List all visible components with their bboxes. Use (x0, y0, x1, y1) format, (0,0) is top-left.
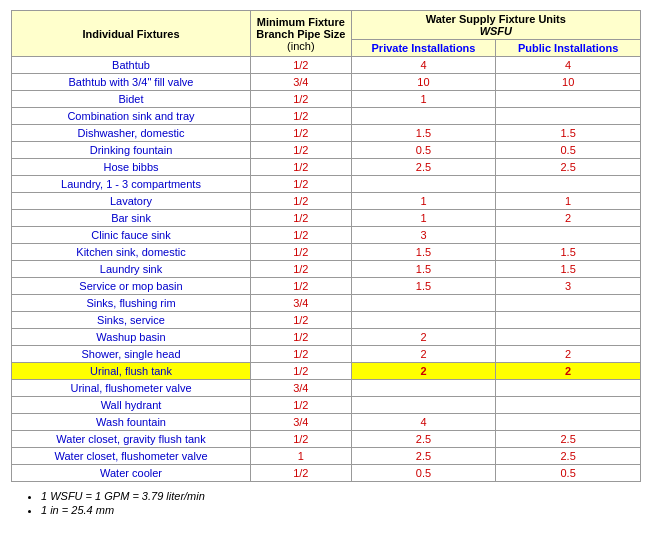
cell-fixture: Laundry, 1 - 3 compartments (12, 176, 251, 193)
cell-fixture: Clinic fauce sink (12, 227, 251, 244)
table-row: Shower, single head1/222 (12, 346, 641, 363)
table-row: Lavatory1/211 (12, 193, 641, 210)
table-row: Water closet, flushometer valve12.52.5 (12, 448, 641, 465)
table-row: Clinic fauce sink1/23 (12, 227, 641, 244)
cell-private (351, 295, 496, 312)
cell-branch: 1/2 (251, 227, 352, 244)
cell-public: 10 (496, 74, 641, 91)
cell-public: 2.5 (496, 431, 641, 448)
cell-public: 2.5 (496, 448, 641, 465)
cell-private: 0.5 (351, 465, 496, 482)
cell-private: 10 (351, 74, 496, 91)
cell-branch: 1/2 (251, 346, 352, 363)
cell-public (496, 91, 641, 108)
table-row: Bathtub with 3/4" fill valve3/41010 (12, 74, 641, 91)
cell-public: 2 (496, 210, 641, 227)
header-branch: Minimum FixtureBranch Pipe Size(inch) (251, 11, 352, 57)
table-row: Wall hydrant1/2 (12, 397, 641, 414)
cell-branch: 1/2 (251, 312, 352, 329)
cell-fixture: Bathtub (12, 57, 251, 74)
cell-private: 3 (351, 227, 496, 244)
table-row: Service or mop basin1/21.53 (12, 278, 641, 295)
cell-fixture: Water cooler (12, 465, 251, 482)
cell-private: 2 (351, 346, 496, 363)
cell-public (496, 414, 641, 431)
cell-private (351, 397, 496, 414)
cell-branch: 3/4 (251, 74, 352, 91)
cell-private: 1.5 (351, 278, 496, 295)
cell-branch: 1/2 (251, 431, 352, 448)
cell-branch: 1/2 (251, 397, 352, 414)
table-row: Combination sink and tray1/2 (12, 108, 641, 125)
cell-fixture: Kitchen sink, domestic (12, 244, 251, 261)
cell-fixture: Wall hydrant (12, 397, 251, 414)
cell-public (496, 227, 641, 244)
cell-fixture: Urinal, flushometer valve (12, 380, 251, 397)
cell-fixture: Service or mop basin (12, 278, 251, 295)
cell-fixture: Water closet, gravity flush tank (12, 431, 251, 448)
cell-private: 1.5 (351, 125, 496, 142)
table-row: Water cooler1/20.50.5 (12, 465, 641, 482)
cell-private (351, 380, 496, 397)
table-row: Sinks, flushing rim3/4 (12, 295, 641, 312)
cell-branch: 1/2 (251, 278, 352, 295)
cell-branch: 1/2 (251, 329, 352, 346)
fixture-table: Individual FixturesMinimum FixtureBranch… (11, 10, 641, 482)
cell-branch: 3/4 (251, 380, 352, 397)
table-row: Sinks, service1/2 (12, 312, 641, 329)
table-row: Bar sink1/212 (12, 210, 641, 227)
cell-fixture: Combination sink and tray (12, 108, 251, 125)
cell-fixture: Bar sink (12, 210, 251, 227)
cell-branch: 1/2 (251, 210, 352, 227)
cell-public: 1.5 (496, 261, 641, 278)
cell-public: 1.5 (496, 125, 641, 142)
cell-branch: 1/2 (251, 261, 352, 278)
cell-public (496, 397, 641, 414)
cell-fixture: Dishwasher, domestic (12, 125, 251, 142)
cell-public: 0.5 (496, 142, 641, 159)
cell-fixture: Urinal, flush tank (12, 363, 251, 380)
cell-public: 2 (496, 363, 641, 380)
notes-section: 1 WSFU = 1 GPM = 3.79 liter/min1 in = 25… (21, 490, 641, 516)
cell-branch: 3/4 (251, 414, 352, 431)
cell-private: 2.5 (351, 431, 496, 448)
header-fixture: Individual Fixtures (12, 11, 251, 57)
cell-private: 2 (351, 363, 496, 380)
cell-branch: 1/2 (251, 125, 352, 142)
table-row: Water closet, gravity flush tank1/22.52.… (12, 431, 641, 448)
cell-fixture: Shower, single head (12, 346, 251, 363)
note-item: 1 in = 25.4 mm (41, 504, 641, 516)
cell-public: 1 (496, 193, 641, 210)
cell-private: 0.5 (351, 142, 496, 159)
table-row: Urinal, flushometer valve3/4 (12, 380, 641, 397)
cell-private: 2 (351, 329, 496, 346)
cell-branch: 1/2 (251, 465, 352, 482)
table-row: Bathtub1/244 (12, 57, 641, 74)
cell-private (351, 108, 496, 125)
cell-private: 1.5 (351, 261, 496, 278)
cell-fixture: Laundry sink (12, 261, 251, 278)
header-private: Private Installations (351, 40, 496, 57)
table-row: Drinking fountain1/20.50.5 (12, 142, 641, 159)
cell-branch: 3/4 (251, 295, 352, 312)
table-row: Dishwasher, domestic1/21.51.5 (12, 125, 641, 142)
table-row: Urinal, flush tank1/222 (12, 363, 641, 380)
cell-branch: 1/2 (251, 363, 352, 380)
table-row: Laundry sink1/21.51.5 (12, 261, 641, 278)
cell-private: 1 (351, 91, 496, 108)
cell-public: 1.5 (496, 244, 641, 261)
table-row: Hose bibbs1/22.52.5 (12, 159, 641, 176)
cell-public (496, 380, 641, 397)
cell-branch: 1/2 (251, 142, 352, 159)
cell-branch: 1 (251, 448, 352, 465)
table-row: Laundry, 1 - 3 compartments1/2 (12, 176, 641, 193)
cell-public (496, 295, 641, 312)
cell-private: 4 (351, 414, 496, 431)
cell-public (496, 176, 641, 193)
cell-private: 4 (351, 57, 496, 74)
cell-branch: 1/2 (251, 91, 352, 108)
cell-public: 0.5 (496, 465, 641, 482)
main-container: Individual FixturesMinimum FixtureBranch… (11, 10, 641, 516)
cell-fixture: Bathtub with 3/4" fill valve (12, 74, 251, 91)
table-row: Bidet1/21 (12, 91, 641, 108)
